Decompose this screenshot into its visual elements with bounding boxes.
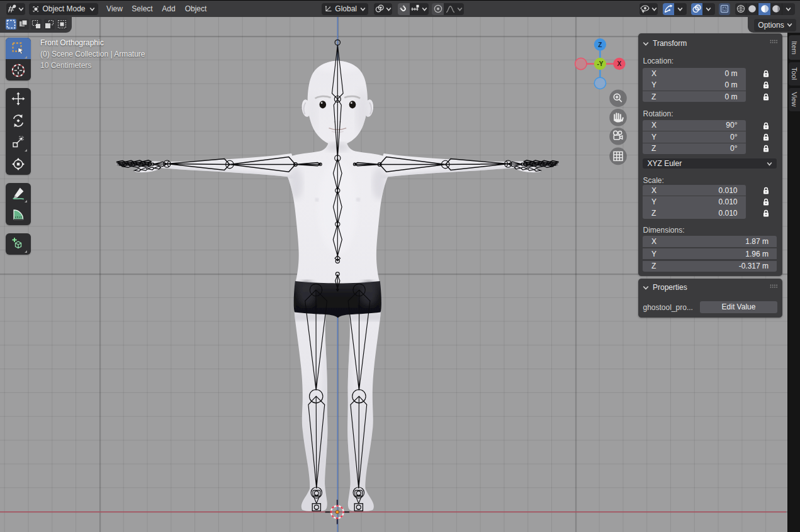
- svg-text:Z: Z: [598, 42, 602, 48]
- svg-text:X: X: [617, 60, 622, 67]
- svg-text:-Y: -Y: [597, 60, 603, 67]
